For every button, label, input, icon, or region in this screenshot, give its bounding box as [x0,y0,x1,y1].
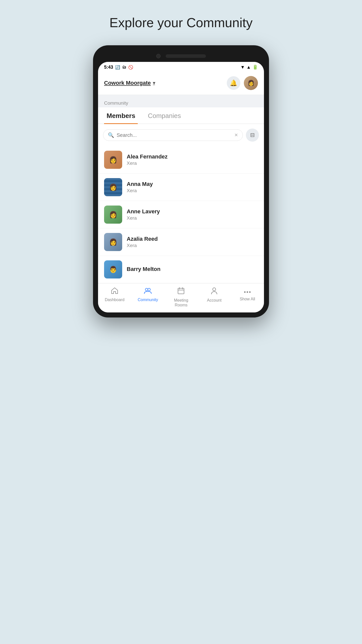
content-area: Community Members Companies 🔍 ✕ ⊟ [98,95,264,283]
member-avatar: 👩 [104,151,122,169]
notifications-button[interactable]: 🔔 [227,76,240,90]
member-name: Barry Melton [127,266,258,272]
phone-top-decoration [98,50,264,62]
member-info: Anne Lavery Xera [127,208,258,221]
chevron-down-icon: ▾ [153,80,155,86]
page-title: Explore your Community [109,15,252,30]
bottom-nav: Dashboard Community [98,283,264,312]
svg-point-0 [145,288,148,291]
nav-label-dashboard: Dashboard [105,297,124,302]
phone-screen: 5:43 🔄 🗂 🚫 ▼ ▲ 🔋 Cowork Moorgate ▾ [98,62,264,312]
member-avatar: 👩 [104,233,122,251]
more-icon [244,287,251,295]
workspace-selector[interactable]: Cowork Moorgate ▾ [104,80,155,86]
search-container: 🔍 ✕ ⊟ [98,124,264,146]
member-name: Anne Lavery [127,208,258,215]
phone-shell: 5:43 🔄 🗂 🚫 ▼ ▲ 🔋 Cowork Moorgate ▾ [93,45,269,317]
nav-item-show-all[interactable]: Show All [237,287,257,301]
nav-label-account: Account [207,298,221,303]
nav-item-meeting-rooms[interactable]: MeetingRooms [171,287,191,307]
avatar-image: 👩 [104,151,122,169]
user-avatar: 👩 [244,76,258,90]
sync-icon: 🔄 [115,65,120,70]
community-icon [143,287,152,296]
nav-label-community: Community [138,297,158,302]
tab-companies[interactable]: Companies [145,107,184,124]
list-item[interactable]: 👨 Barry Melton [98,256,264,283]
status-bar: 5:43 🔄 🗂 🚫 ▼ ▲ 🔋 [98,62,264,72]
list-item[interactable]: 👩 Azalia Reed Xera [98,228,264,256]
header-actions: 🔔 👩 [227,76,258,90]
search-input-wrapper: 🔍 ✕ [103,129,243,141]
member-avatar: 👨 [104,260,122,278]
avatar-image: 👨 [104,260,122,278]
nav-item-account[interactable]: Account [204,287,224,303]
nav-label-meeting-rooms: MeetingRooms [174,298,188,307]
user-avatar-button[interactable]: 👩 [244,76,258,90]
svg-point-6 [249,291,251,293]
list-item[interactable]: 👩 Anne Lavery Xera [98,201,264,228]
block-icon: 🚫 [128,65,133,70]
bell-icon: 🔔 [230,79,237,87]
storage-icon: 🗂 [122,65,126,69]
member-info: Azalia Reed Xera [127,236,258,248]
avatar-image: 👩 [104,206,122,224]
tabs-container: Members Companies [98,107,264,124]
avatar-image: 👩 [104,233,122,251]
app-header: Cowork Moorgate ▾ 🔔 👩 [98,72,264,95]
search-icon: 🔍 [108,132,114,138]
filter-icon: ⊟ [250,132,255,138]
member-name: Anna May [127,181,258,187]
member-avatar: 👩 [104,178,122,196]
member-avatar: 👩 [104,206,122,224]
nav-item-dashboard[interactable]: Dashboard [105,287,125,302]
workspace-name: Cowork Moorgate [104,80,151,86]
svg-point-1 [148,288,150,291]
battery-icon: 🔋 [252,64,258,70]
member-company: Xera [127,160,258,166]
member-info: Barry Melton [127,266,258,273]
status-left: 5:43 🔄 🗂 🚫 [104,65,133,70]
filter-button[interactable]: ⊟ [246,129,259,142]
member-info: Alea Fernandez Xera [127,153,258,166]
person-icon [211,287,217,296]
phone-speaker [166,54,206,58]
signal-icon: ▲ [246,65,251,70]
search-input[interactable] [117,132,232,138]
member-name: Alea Fernandez [127,153,258,160]
list-item[interactable]: 👩 Anna May Xera [98,174,264,201]
section-label: Community [98,95,264,107]
svg-point-4 [244,291,246,293]
nav-label-show-all: Show All [240,297,255,301]
tab-members[interactable]: Members [104,107,138,124]
phone-camera [156,54,161,58]
svg-point-5 [247,291,248,293]
status-time: 5:43 [104,65,113,70]
nav-item-community[interactable]: Community [138,287,158,302]
status-right: ▼ ▲ 🔋 [240,64,258,70]
member-name: Azalia Reed [127,236,258,242]
svg-rect-2 [178,288,184,294]
member-company: Xera [127,188,258,193]
member-company: Xera [127,243,258,248]
calendar-icon [177,287,185,296]
member-info: Anna May Xera [127,181,258,193]
svg-point-3 [213,288,216,291]
wifi-icon: ▼ [240,65,245,70]
members-list: 👩 Alea Fernandez Xera 👩 Anna May [98,146,264,283]
home-icon [111,287,118,296]
member-company: Xera [127,215,258,221]
list-item[interactable]: 👩 Alea Fernandez Xera [98,146,264,174]
clear-icon[interactable]: ✕ [234,132,238,138]
avatar-image: 👩 [104,178,122,196]
